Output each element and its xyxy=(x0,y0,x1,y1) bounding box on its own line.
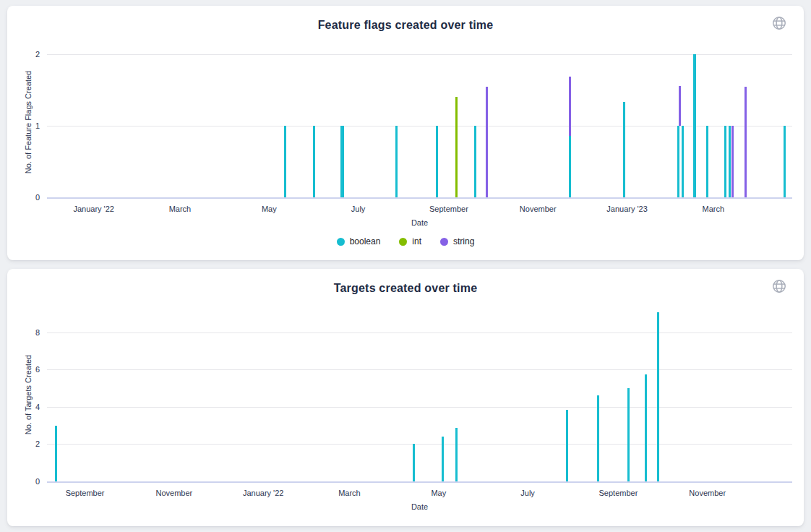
column-boolean xyxy=(729,126,731,197)
x-tick-label: March xyxy=(703,205,725,213)
column-targets xyxy=(657,312,659,481)
column-boolean xyxy=(395,126,398,197)
x-tick-label: January '22 xyxy=(243,489,284,497)
legend-dot xyxy=(440,238,448,246)
column-boolean xyxy=(436,126,438,197)
x-tick-label: July xyxy=(351,205,366,213)
column-boolean xyxy=(706,126,708,197)
dashboard-page: { "page_background": "#eef0f3", "icon_co… xyxy=(0,0,811,532)
legend-item-boolean[interactable]: boolean xyxy=(337,236,381,246)
column-boolean xyxy=(313,126,315,197)
plot-area: No. of Targets Created 02468SeptemberNov… xyxy=(47,308,792,483)
column-boolean xyxy=(474,126,476,197)
x-tick-label: May xyxy=(262,205,277,213)
column-boolean xyxy=(569,136,571,197)
column-int xyxy=(455,97,458,197)
y-tick-label: 1 xyxy=(25,121,40,130)
column-targets xyxy=(413,444,415,481)
column-string xyxy=(486,87,488,197)
gridline xyxy=(47,54,792,55)
x-tick-label: January '22 xyxy=(73,205,114,213)
column-targets xyxy=(627,388,630,481)
column-boolean xyxy=(623,102,625,197)
x-tick-label: November xyxy=(689,489,726,497)
x-tick-label: September xyxy=(429,205,468,213)
column-boolean xyxy=(693,54,696,197)
gridline xyxy=(47,407,792,408)
gridline xyxy=(47,126,792,126)
feature-flags-chart-card: Feature flags created over time No. of F… xyxy=(7,6,804,260)
chart-area: No. of Feature Flags Created 012January … xyxy=(7,47,804,246)
x-tick-label: March xyxy=(338,489,361,497)
gridline xyxy=(47,444,792,445)
legend-dot xyxy=(337,238,345,246)
x-tick-label: September xyxy=(66,489,105,497)
column-boolean xyxy=(784,126,786,197)
column-targets xyxy=(566,410,568,481)
legend-label: int xyxy=(412,236,421,246)
y-tick-label: 0 xyxy=(25,477,40,486)
column-boolean xyxy=(677,126,679,197)
column-targets xyxy=(55,426,57,481)
y-tick-label: 2 xyxy=(25,439,40,448)
y-tick-label: 8 xyxy=(25,328,40,337)
chart-title: Feature flags created over time xyxy=(7,19,804,32)
column-string xyxy=(745,87,747,197)
y-tick-label: 2 xyxy=(25,50,40,59)
column-boolean xyxy=(340,126,344,197)
column-boolean xyxy=(724,126,726,197)
column-targets xyxy=(645,374,647,481)
x-tick-label: September xyxy=(599,489,638,497)
column-boolean xyxy=(682,126,684,197)
globe-icon[interactable] xyxy=(771,14,788,32)
x-axis-title: Date xyxy=(47,502,792,511)
x-axis-title: Date xyxy=(47,218,792,227)
card-header: Feature flags created over time xyxy=(7,6,804,35)
legend-label: string xyxy=(453,236,474,246)
legend-dot xyxy=(399,238,407,246)
column-targets xyxy=(442,437,444,481)
card-header: Targets created over time xyxy=(7,269,804,298)
x-tick-label: November xyxy=(156,489,193,497)
column-targets xyxy=(455,428,458,481)
x-tick-label: July xyxy=(520,489,535,497)
column-string xyxy=(731,126,734,197)
globe-icon[interactable] xyxy=(771,278,788,295)
column-string xyxy=(569,77,571,136)
gridline xyxy=(47,332,792,333)
x-tick-label: November xyxy=(520,205,557,213)
chart-title: Targets created over time xyxy=(7,282,804,295)
legend-item-string[interactable]: string xyxy=(440,236,474,246)
y-tick-label: 6 xyxy=(25,365,40,374)
plot-area: No. of Feature Flags Created 012January … xyxy=(47,47,792,199)
chart-area: No. of Targets Created 02468SeptemberNov… xyxy=(7,308,804,511)
legend-label: boolean xyxy=(350,236,381,246)
legend: booleanintstring xyxy=(7,236,804,246)
legend-item-int[interactable]: int xyxy=(399,236,421,246)
column-string xyxy=(679,86,681,125)
x-tick-label: January '23 xyxy=(606,205,648,213)
gridline xyxy=(47,369,792,370)
x-tick-label: March xyxy=(169,205,192,213)
x-tick-label: May xyxy=(431,489,446,497)
column-targets xyxy=(597,395,599,481)
targets-chart-card: Targets created over time No. of Targets… xyxy=(7,269,804,526)
y-tick-label: 0 xyxy=(25,193,40,202)
y-tick-label: 4 xyxy=(25,403,40,411)
column-boolean xyxy=(284,126,286,197)
